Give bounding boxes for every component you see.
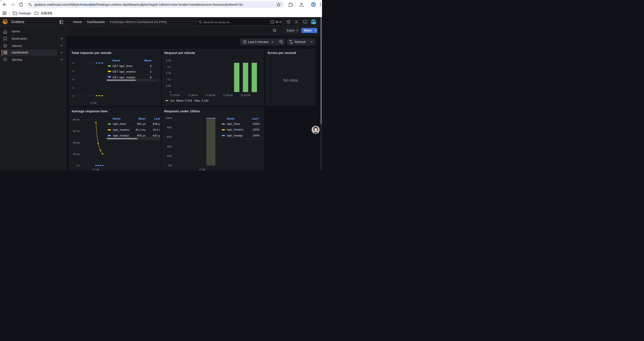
svg-text:2: 2 [150, 70, 152, 73]
svg-text:Freeleaps: Freeleaps [19, 12, 31, 15]
svg-text:0.05: 0.05 [166, 85, 171, 87]
svg-text:Max: 0.233: Max: 0.233 [194, 99, 208, 102]
svg-text:0.1: 0.1 [168, 78, 171, 81]
svg-text:Mean: Mean [138, 117, 146, 120]
svg-text:0%: 0% [168, 164, 172, 167]
svg-text:No data: No data [283, 78, 298, 83]
svg-text:0 s: 0 s [76, 164, 80, 167]
svg-text:40.1 ms: 40.1 ms [136, 128, 146, 131]
svg-text:0.25: 0.25 [166, 59, 171, 62]
svg-text:100%: 100% [252, 128, 260, 131]
svg-text:0.2: 0.2 [168, 66, 171, 68]
svg-text:40%: 40% [167, 145, 172, 148]
svg-text:5: 5 [72, 70, 74, 72]
svg-text:Mean: Mean [144, 59, 152, 62]
svg-text:661 µs: 661 µs [137, 122, 146, 126]
svg-text:17:40: 17:40 [199, 168, 205, 171]
svg-text:6: 6 [150, 76, 152, 79]
svg-text:Name: Name [227, 117, 234, 120]
svg-text:100%: 100% [166, 117, 172, 119]
svg-text:Average response time: Average response time [72, 109, 108, 113]
svg-text:17:37:00: 17:37:00 [170, 94, 180, 97]
svg-text:20%: 20% [167, 155, 172, 157]
svg-text:17:40: 17:40 [93, 168, 99, 171]
svg-text:60 ms: 60 ms [73, 130, 80, 132]
svg-text:Last *: Last * [252, 117, 260, 120]
svg-text:Last *: Last * [154, 117, 162, 120]
svg-text:20.5 ms: 20.5 ms [153, 128, 163, 131]
svg-text:Mean: 0.233: Mean: 0.233 [176, 99, 192, 102]
svg-text:/api/_/readyz: /api/_/readyz [113, 134, 129, 137]
svg-text:17:40: 17:40 [90, 102, 97, 104]
svg-text:GET /api/_/readyz: GET /api/_/readyz [112, 76, 136, 79]
svg-text:40 ms: 40 ms [73, 141, 80, 144]
svg-text:17:39:00: 17:39:00 [206, 94, 215, 97]
svg-text:0.15: 0.15 [166, 72, 171, 74]
svg-text:/api/_/metrics: /api/_/metrics [113, 128, 130, 131]
svg-text:Total requests per minute: Total requests per minute [72, 51, 111, 55]
svg-text:100%: 100% [252, 134, 260, 137]
svg-text:20 ms: 20 ms [73, 153, 80, 155]
svg-text:Name: Name [112, 59, 120, 62]
svg-text:60%: 60% [167, 136, 172, 138]
svg-text:6: 6 [150, 64, 152, 68]
svg-text:/api/_/livez: /api/_/livez [227, 122, 240, 126]
svg-text:/api/_/livez: /api/_/livez [113, 122, 126, 126]
svg-text:4: 4 [72, 78, 74, 81]
svg-text:17:38:00: 17:38:00 [188, 94, 198, 97]
svg-text:100%: 100% [252, 122, 260, 126]
svg-text:0: 0 [170, 91, 171, 93]
svg-text:605 µs: 605 µs [137, 134, 146, 137]
svg-text:80 ms: 80 ms [73, 118, 80, 121]
svg-text:/api/_/readyz: /api/_/readyz [227, 134, 243, 137]
svg-text:Requests under 100ms: Requests under 100ms [164, 109, 200, 113]
svg-text:Errors per second: Errors per second [268, 51, 296, 55]
svg-text:Request per minute: Request per minute [164, 51, 195, 55]
svg-text:grafana.mathmast.com/d/deytv4r: grafana.mathmast.com/d/deytv4rwavabkb/fr… [35, 3, 243, 6]
svg-text:80%: 80% [167, 126, 172, 129]
svg-text:17:41:00: 17:41:00 [240, 94, 250, 97]
svg-text:6: 6 [72, 62, 74, 64]
svg-text:Name: Name [113, 117, 120, 120]
svg-text:3: 3 [72, 86, 74, 89]
svg-text:收藏博客: 收藏博客 [41, 12, 52, 15]
svg-text:/api/_/metrics: /api/_/metrics [227, 128, 244, 131]
svg-text:GET /api/_/metrics: GET /api/_/metrics [112, 70, 136, 73]
svg-text:GET /api/_/livez: GET /api/_/livez [112, 64, 132, 68]
svg-text:17:40:00: 17:40:00 [223, 94, 233, 97]
svg-text:2: 2 [72, 94, 74, 97]
svg-text:2xx: 2xx [170, 99, 175, 102]
